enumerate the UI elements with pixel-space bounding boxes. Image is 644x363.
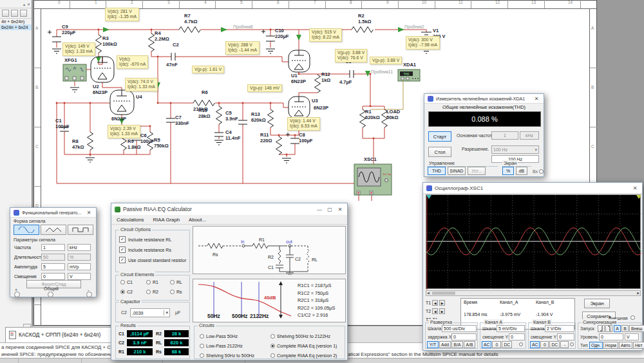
element-radio[interactable]: Rs	[170, 290, 191, 294]
fgen-field-unit[interactable]: V	[68, 273, 91, 280]
design-tree-item[interactable]: 6н24п + 6н24	[0, 24, 32, 30]
element-radio[interactable]: C2	[120, 290, 146, 294]
panel-collapse-icon[interactable]: ▴	[23, 2, 25, 6]
scope-ext-trigger-radio[interactable]	[630, 315, 635, 320]
riaa-option-checkbox[interactable]: ✓ Include resistance Rs	[119, 247, 186, 253]
document-icon[interactable]	[2, 10, 9, 17]
trigger-source-button[interactable]: A	[614, 325, 621, 332]
fgen-titlebar[interactable]: Функциональный генерато... ✕	[10, 208, 96, 218]
element-radio[interactable]: RL	[170, 280, 191, 284]
riaa-option-checkbox[interactable]: ✓ Include resistance RL	[119, 236, 186, 243]
circuit-radio[interactable]: Complete RIAA Eq (version 1)	[270, 341, 337, 351]
trigger-type-button[interactable]: Одн.	[589, 342, 603, 349]
fgen-field-value[interactable]: 50	[41, 254, 65, 261]
delete-icon[interactable]	[20, 10, 27, 17]
coupling-button[interactable]: 0	[492, 341, 501, 348]
channel-b-scale-value[interactable]: 2 V/Div	[545, 325, 574, 332]
fgen-field-value[interactable]: 5	[41, 263, 65, 270]
scope-titlebar[interactable]: Осциллограф-XSC1 ✕	[423, 183, 642, 194]
coupling-button[interactable]: DC	[549, 341, 560, 348]
trigger-level-value[interactable]: 0	[599, 333, 623, 340]
riaa-titlebar[interactable]: Passive RIAA EQ Calculator — ▢ ✕	[111, 203, 347, 216]
thd-mode-button[interactable]: THD	[428, 167, 446, 175]
riaa-menu-item[interactable]: RIAA Graph	[153, 217, 180, 223]
thd-close-icon[interactable]: ✕	[533, 96, 540, 102]
capacitor-value-dropdown[interactable]: ,0039 ▾	[130, 308, 170, 317]
timebase-mode-button[interactable]: A/B	[464, 341, 475, 348]
dropdown-caret-icon[interactable]: ▾	[164, 310, 168, 315]
design-tree-item[interactable]: 4п + 6н24п)	[0, 19, 32, 24]
coupling-button[interactable]: 0	[540, 341, 549, 348]
circuit-radio[interactable]: Shelving 500Hz to 2122Hz	[270, 331, 337, 341]
timebase-delay-value[interactable]: 0	[451, 333, 477, 340]
thd-input-terminal[interactable]	[539, 169, 544, 174]
coupling-button[interactable]: -	[560, 341, 569, 348]
thd-unit-button[interactable]: %	[502, 167, 514, 175]
coupling-button[interactable]: DC	[502, 341, 512, 348]
fgen-plus-terminal[interactable]	[14, 292, 20, 297]
channel-a-offset-value[interactable]: 0	[509, 333, 525, 340]
scope-close-icon[interactable]: ✕	[631, 185, 639, 191]
scope-screen[interactable]	[426, 194, 641, 289]
timebase-mode-button[interactable]: Y/T	[427, 341, 439, 348]
circuit-radio[interactable]: Complete RIAA Eq (version 2)	[270, 351, 337, 360]
timebase-scale-value[interactable]: 500 us/Div	[442, 325, 477, 332]
timebase-mode-button[interactable]: B/A	[451, 341, 463, 348]
trigger-type-button[interactable]: Авто	[619, 342, 632, 349]
thd-titlebar[interactable]: Измеритель нелинейных искажений-XDA1 ✕	[424, 94, 544, 104]
window-icon[interactable]	[11, 10, 18, 17]
element-radio[interactable]: R2	[146, 290, 170, 294]
channel-a-scale-value[interactable]: 5 mV/Div	[497, 325, 525, 332]
riaa-option-checkbox[interactable]: ✓ Use closest standard resistor	[119, 257, 186, 263]
cursor-t2-icon[interactable]	[636, 195, 641, 199]
panel-close-icon[interactable]: ✕	[27, 2, 30, 6]
fgen-field-unit[interactable]: %	[68, 254, 91, 261]
element-radio[interactable]: R1	[146, 280, 170, 284]
circuit-radio[interactable]: Low-Pass 2122Hz	[200, 341, 254, 351]
trigger-source-button[interactable]: B	[621, 325, 629, 332]
timebase-mode-button[interactable]: Add	[439, 341, 451, 348]
riaa-menu-item[interactable]: Calculations	[117, 217, 144, 223]
coupling-button[interactable]: AC	[482, 341, 491, 348]
thd-stop-button[interactable]: Стоп	[428, 147, 451, 157]
falling-edge-button[interactable]	[605, 325, 612, 332]
thd-mode-button[interactable]: Уст...	[468, 167, 486, 175]
fgen-common-terminal[interactable]	[48, 292, 53, 297]
thd-start-button[interactable]: Старт	[428, 131, 451, 142]
t1-left-icon[interactable]: ◀	[432, 300, 438, 306]
channel-b-offset-value[interactable]: 0	[557, 333, 574, 340]
riaa-menu-item[interactable]: About...	[189, 217, 206, 223]
circuit-radio[interactable]: Low-Pass 50Hz	[200, 331, 254, 341]
thd-freq-value[interactable]: 1	[491, 131, 518, 140]
scope-reverse-button[interactable]: Экран	[584, 299, 610, 308]
coupling-button[interactable]: AC	[530, 341, 540, 348]
fgen-field-value[interactable]: 0	[41, 273, 65, 280]
sine-wave-button[interactable]	[14, 225, 39, 235]
fgen-field-unit[interactable]: mVp	[68, 263, 91, 270]
trigger-source-button[interactable]: Внеш	[629, 325, 644, 332]
riaa-maximize-icon[interactable]: ▢	[326, 207, 334, 212]
scroll-thumb[interactable]	[432, 292, 455, 295]
scroll-right-icon[interactable]: ▶	[637, 291, 639, 295]
t2-left-icon[interactable]: ◀	[432, 308, 438, 314]
scroll-left-icon[interactable]: ◀	[427, 291, 430, 295]
rising-edge-button[interactable]	[598, 325, 605, 332]
t2-right-icon[interactable]: ▶	[439, 308, 445, 314]
thd-unit-button[interactable]: dB	[516, 167, 527, 175]
fgen-minus-terminal[interactable]	[86, 292, 92, 297]
fgen-field-unit[interactable]: kHz	[68, 244, 91, 251]
fgen-field-value[interactable]: 1	[41, 244, 65, 251]
t1-right-icon[interactable]: ▶	[439, 300, 445, 306]
square-wave-button[interactable]	[68, 225, 93, 235]
trigger-type-button[interactable]: Норм	[603, 342, 618, 349]
scope-scrollbar[interactable]: ◀ ▶	[426, 290, 641, 296]
riaa-close-icon[interactable]: ✕	[336, 207, 344, 212]
riaa-minimize-icon[interactable]: —	[316, 207, 323, 212]
thd-mode-button[interactable]: SINAD	[448, 167, 466, 175]
circuit-radio[interactable]: Shelving 50Hz to 500Hz	[200, 351, 254, 360]
trigger-type-button[interactable]: Нет	[633, 342, 644, 349]
element-radio[interactable]: C1	[120, 280, 146, 284]
triangle-wave-button[interactable]	[41, 225, 66, 235]
thd-resolution-dropdown[interactable]: 100 Hz ▾	[491, 145, 539, 154]
fgen-close-icon[interactable]: ✕	[85, 210, 93, 216]
